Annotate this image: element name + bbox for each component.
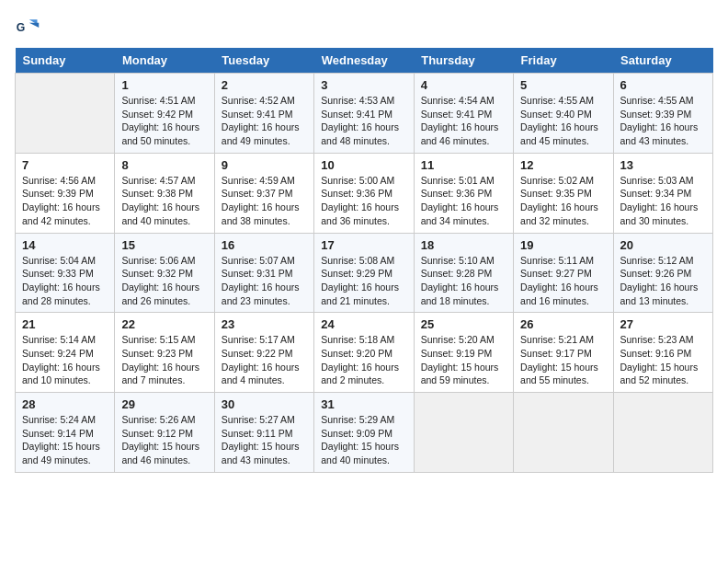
day-number: 5	[520, 78, 606, 92]
calendar-cell: 8Sunrise: 4:57 AM Sunset: 9:38 PM Daylig…	[115, 153, 214, 233]
calendar-cell	[514, 393, 613, 473]
calendar-cell: 2Sunrise: 4:52 AM Sunset: 9:41 PM Daylig…	[214, 74, 313, 154]
day-info: Sunrise: 5:26 AM Sunset: 9:12 PM Dayligh…	[121, 413, 207, 467]
calendar-cell: 12Sunrise: 5:02 AM Sunset: 9:35 PM Dayli…	[514, 153, 613, 233]
calendar-cell: 1Sunrise: 4:51 AM Sunset: 9:42 PM Daylig…	[115, 74, 214, 154]
day-number: 7	[22, 158, 108, 172]
calendar-cell: 17Sunrise: 5:08 AM Sunset: 9:29 PM Dayli…	[314, 233, 414, 313]
day-info: Sunrise: 4:51 AM Sunset: 9:42 PM Dayligh…	[121, 94, 207, 148]
day-info: Sunrise: 5:20 AM Sunset: 9:19 PM Dayligh…	[421, 333, 506, 387]
calendar-cell	[16, 74, 115, 154]
day-info: Sunrise: 5:03 AM Sunset: 9:34 PM Dayligh…	[620, 174, 706, 228]
day-number: 24	[321, 317, 406, 331]
day-number: 25	[421, 317, 506, 331]
calendar-cell: 22Sunrise: 5:15 AM Sunset: 9:23 PM Dayli…	[115, 313, 214, 393]
day-number: 10	[321, 158, 406, 172]
week-row-5: 28Sunrise: 5:24 AM Sunset: 9:14 PM Dayli…	[16, 393, 713, 473]
day-info: Sunrise: 5:00 AM Sunset: 9:36 PM Dayligh…	[321, 174, 406, 228]
day-info: Sunrise: 5:08 AM Sunset: 9:29 PM Dayligh…	[321, 254, 406, 308]
calendar-cell: 13Sunrise: 5:03 AM Sunset: 9:34 PM Dayli…	[613, 153, 712, 233]
day-info: Sunrise: 4:57 AM Sunset: 9:38 PM Dayligh…	[121, 174, 207, 228]
calendar-cell: 11Sunrise: 5:01 AM Sunset: 9:36 PM Dayli…	[414, 153, 513, 233]
calendar-cell: 4Sunrise: 4:54 AM Sunset: 9:41 PM Daylig…	[414, 74, 513, 154]
day-info: Sunrise: 5:07 AM Sunset: 9:31 PM Dayligh…	[222, 254, 307, 308]
week-row-3: 14Sunrise: 5:04 AM Sunset: 9:33 PM Dayli…	[16, 233, 713, 313]
day-info: Sunrise: 5:27 AM Sunset: 9:11 PM Dayligh…	[222, 413, 307, 467]
calendar-cell: 26Sunrise: 5:21 AM Sunset: 9:17 PM Dayli…	[514, 313, 613, 393]
day-info: Sunrise: 5:29 AM Sunset: 9:09 PM Dayligh…	[321, 413, 406, 467]
day-info: Sunrise: 5:04 AM Sunset: 9:33 PM Dayligh…	[22, 254, 108, 308]
day-number: 28	[22, 397, 108, 411]
calendar-table: SundayMondayTuesdayWednesdayThursdayFrid…	[15, 48, 713, 473]
day-number: 3	[321, 78, 406, 92]
day-number: 1	[121, 78, 207, 92]
day-header-sunday: Sunday	[16, 48, 115, 74]
calendar-cell: 28Sunrise: 5:24 AM Sunset: 9:14 PM Dayli…	[16, 393, 115, 473]
day-number: 9	[222, 158, 307, 172]
day-number: 23	[222, 317, 307, 331]
logo-icon: G	[15, 15, 40, 40]
week-row-4: 21Sunrise: 5:14 AM Sunset: 9:24 PM Dayli…	[16, 313, 713, 393]
calendar-cell: 5Sunrise: 4:55 AM Sunset: 9:40 PM Daylig…	[514, 74, 613, 154]
day-info: Sunrise: 5:24 AM Sunset: 9:14 PM Dayligh…	[22, 413, 108, 467]
day-number: 15	[121, 238, 207, 252]
calendar-cell: 21Sunrise: 5:14 AM Sunset: 9:24 PM Dayli…	[16, 313, 115, 393]
day-info: Sunrise: 5:11 AM Sunset: 9:27 PM Dayligh…	[520, 254, 606, 308]
calendar-cell: 20Sunrise: 5:12 AM Sunset: 9:26 PM Dayli…	[613, 233, 712, 313]
calendar-cell: 25Sunrise: 5:20 AM Sunset: 9:19 PM Dayli…	[414, 313, 513, 393]
day-info: Sunrise: 5:10 AM Sunset: 9:28 PM Dayligh…	[421, 254, 506, 308]
calendar-cell: 16Sunrise: 5:07 AM Sunset: 9:31 PM Dayli…	[214, 233, 313, 313]
day-info: Sunrise: 5:21 AM Sunset: 9:17 PM Dayligh…	[520, 333, 606, 387]
day-number: 18	[421, 238, 506, 252]
day-info: Sunrise: 5:12 AM Sunset: 9:26 PM Dayligh…	[620, 254, 706, 308]
svg-marker-2	[29, 23, 40, 28]
calendar-cell: 15Sunrise: 5:06 AM Sunset: 9:32 PM Dayli…	[115, 233, 214, 313]
day-header-wednesday: Wednesday	[314, 48, 414, 74]
day-info: Sunrise: 5:17 AM Sunset: 9:22 PM Dayligh…	[222, 333, 307, 387]
week-row-1: 1Sunrise: 4:51 AM Sunset: 9:42 PM Daylig…	[16, 74, 713, 154]
day-number: 19	[520, 238, 606, 252]
day-number: 11	[421, 158, 506, 172]
day-info: Sunrise: 4:53 AM Sunset: 9:41 PM Dayligh…	[321, 94, 406, 148]
day-info: Sunrise: 4:59 AM Sunset: 9:37 PM Dayligh…	[222, 174, 307, 228]
day-info: Sunrise: 5:06 AM Sunset: 9:32 PM Dayligh…	[121, 254, 207, 308]
day-number: 22	[121, 317, 207, 331]
day-info: Sunrise: 4:56 AM Sunset: 9:39 PM Dayligh…	[22, 174, 108, 228]
calendar-cell: 10Sunrise: 5:00 AM Sunset: 9:36 PM Dayli…	[314, 153, 414, 233]
calendar-cell: 23Sunrise: 5:17 AM Sunset: 9:22 PM Dayli…	[214, 313, 313, 393]
day-header-saturday: Saturday	[613, 48, 712, 74]
calendar-cell: 19Sunrise: 5:11 AM Sunset: 9:27 PM Dayli…	[514, 233, 613, 313]
day-info: Sunrise: 4:52 AM Sunset: 9:41 PM Dayligh…	[222, 94, 307, 148]
calendar-cell	[414, 393, 513, 473]
calendar-cell: 9Sunrise: 4:59 AM Sunset: 9:37 PM Daylig…	[214, 153, 313, 233]
day-number: 27	[620, 317, 706, 331]
svg-text:G: G	[17, 21, 26, 34]
day-number: 2	[222, 78, 307, 92]
calendar-cell	[613, 393, 712, 473]
day-header-monday: Monday	[115, 48, 214, 74]
day-info: Sunrise: 4:55 AM Sunset: 9:39 PM Dayligh…	[620, 94, 706, 148]
day-header-tuesday: Tuesday	[214, 48, 313, 74]
day-number: 29	[121, 397, 207, 411]
calendar-cell: 14Sunrise: 5:04 AM Sunset: 9:33 PM Dayli…	[16, 233, 115, 313]
day-info: Sunrise: 5:14 AM Sunset: 9:24 PM Dayligh…	[22, 333, 108, 387]
day-info: Sunrise: 5:15 AM Sunset: 9:23 PM Dayligh…	[121, 333, 207, 387]
day-number: 12	[520, 158, 606, 172]
day-number: 8	[121, 158, 207, 172]
day-info: Sunrise: 5:02 AM Sunset: 9:35 PM Dayligh…	[520, 174, 606, 228]
calendar-cell: 6Sunrise: 4:55 AM Sunset: 9:39 PM Daylig…	[613, 74, 712, 154]
day-info: Sunrise: 4:54 AM Sunset: 9:41 PM Dayligh…	[421, 94, 506, 148]
week-row-2: 7Sunrise: 4:56 AM Sunset: 9:39 PM Daylig…	[16, 153, 713, 233]
calendar-cell: 31Sunrise: 5:29 AM Sunset: 9:09 PM Dayli…	[314, 393, 414, 473]
day-info: Sunrise: 5:01 AM Sunset: 9:36 PM Dayligh…	[421, 174, 506, 228]
day-number: 30	[222, 397, 307, 411]
day-number: 31	[321, 397, 406, 411]
day-number: 14	[22, 238, 108, 252]
logo: G	[15, 15, 44, 40]
day-number: 17	[321, 238, 406, 252]
day-number: 21	[22, 317, 108, 331]
calendar-cell: 18Sunrise: 5:10 AM Sunset: 9:28 PM Dayli…	[414, 233, 513, 313]
calendar-cell: 27Sunrise: 5:23 AM Sunset: 9:16 PM Dayli…	[613, 313, 712, 393]
day-info: Sunrise: 4:55 AM Sunset: 9:40 PM Dayligh…	[520, 94, 606, 148]
calendar-cell: 24Sunrise: 5:18 AM Sunset: 9:20 PM Dayli…	[314, 313, 414, 393]
